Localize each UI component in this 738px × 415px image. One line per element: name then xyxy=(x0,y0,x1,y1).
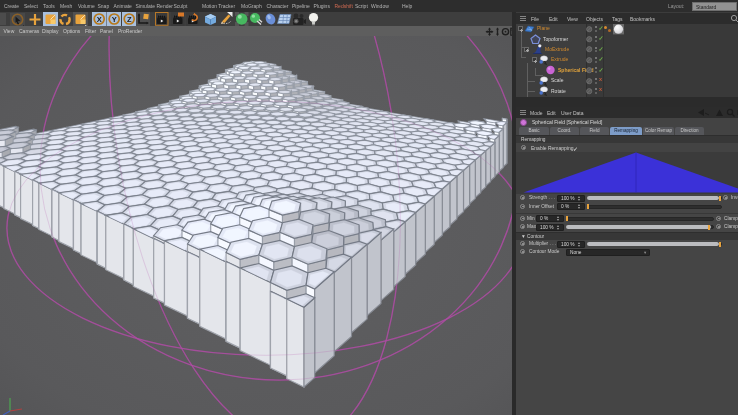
svg-text:Z: Z xyxy=(126,15,131,24)
svg-text:X: X xyxy=(97,15,102,24)
svg-text:Y: Y xyxy=(111,15,116,24)
